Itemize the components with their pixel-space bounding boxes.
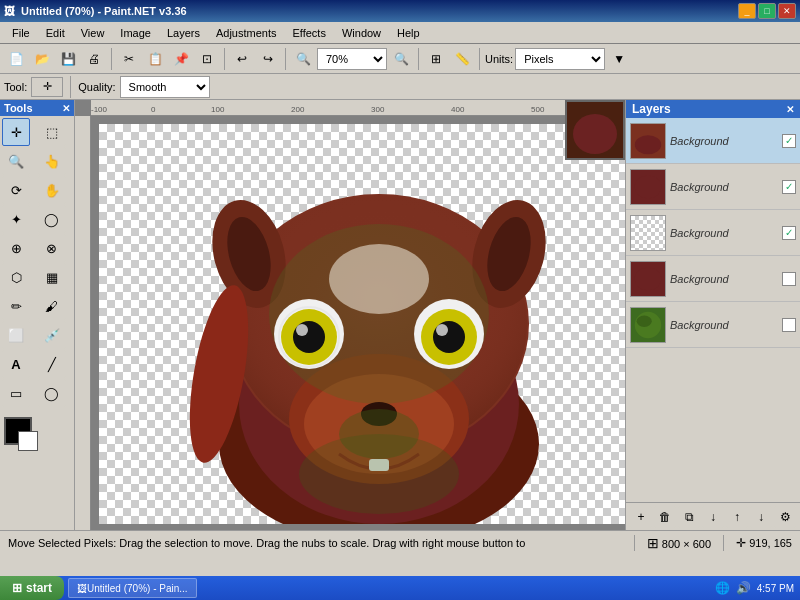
toolbar-sep-3 <box>285 48 286 70</box>
lasso-tool[interactable]: ⟳ <box>2 176 30 204</box>
redo-button[interactable]: ↪ <box>256 47 280 71</box>
paste-button[interactable]: 📌 <box>169 47 193 71</box>
menu-adjustments[interactable]: Adjustments <box>208 25 285 41</box>
paintbrush-tool[interactable]: 🖌 <box>38 292 66 320</box>
layer-item-3[interactable]: Background ✓ <box>626 210 800 256</box>
add-layer-button[interactable]: + <box>630 506 652 528</box>
move-layer-down-button[interactable]: ↓ <box>750 506 772 528</box>
layer-properties-button[interactable]: ⚙ <box>774 506 796 528</box>
coordinates-icon: ✛ <box>736 536 746 550</box>
selection-tool[interactable]: ⬚ <box>38 118 66 146</box>
paint-bucket-tool[interactable]: ⬡ <box>2 263 30 291</box>
canvas-viewport[interactable] <box>91 116 625 530</box>
layer-visibility-2[interactable]: ✓ <box>782 180 796 194</box>
canvas-frame <box>99 124 625 524</box>
layer-visibility-1[interactable]: ✓ <box>782 134 796 148</box>
layer-item-4[interactable]: Background <box>626 256 800 302</box>
maximize-button[interactable]: □ <box>758 3 776 19</box>
menu-view[interactable]: View <box>73 25 113 41</box>
taskbar-paintnet-button[interactable]: 🖼 Untitled (70%) - Pain... <box>68 578 197 598</box>
color-swatches-area <box>0 413 74 449</box>
text-tool[interactable]: A <box>2 350 30 378</box>
new-button[interactable]: 📄 <box>4 47 28 71</box>
quality-select[interactable]: None Smooth Best Quality <box>120 76 210 98</box>
units-label: Units: <box>485 53 513 65</box>
layers-spacer <box>626 348 800 502</box>
scroll-tool[interactable]: 👆 <box>38 147 66 175</box>
menu-layers[interactable]: Layers <box>159 25 208 41</box>
tools-close-icon[interactable]: ✕ <box>62 103 70 114</box>
minimize-button[interactable]: _ <box>738 3 756 19</box>
cut-button[interactable]: ✂ <box>117 47 141 71</box>
menu-file[interactable]: File <box>4 25 38 41</box>
start-button[interactable]: ⊞ start <box>0 576 64 600</box>
color-pair <box>4 417 70 445</box>
merge-layer-down-button[interactable]: ↓ <box>702 506 724 528</box>
layer-item-2[interactable]: Background ✓ <box>626 164 800 210</box>
close-button[interactable]: ✕ <box>778 3 796 19</box>
units-select[interactable]: Pixels Inches Centimeters <box>515 48 605 70</box>
layers-toolbar: + 🗑 ⧉ ↓ ↑ ↓ ⚙ <box>626 502 800 530</box>
move-layer-up-button[interactable]: ↑ <box>726 506 748 528</box>
menu-effects[interactable]: Effects <box>285 25 334 41</box>
duplicate-layer-button[interactable]: ⧉ <box>678 506 700 528</box>
recolor-tool[interactable]: ⊗ <box>38 234 66 262</box>
ruler-vertical: -100 0 100 200 300 400 <box>75 116 91 530</box>
print-button[interactable]: 🖨 <box>82 47 106 71</box>
magic-wand-tool[interactable]: ✦ <box>2 205 30 233</box>
color-picker-tool[interactable]: 💉 <box>38 321 66 349</box>
ellipse-shape-tool[interactable]: ◯ <box>38 379 66 407</box>
rectangle-shape-tool[interactable]: ▭ <box>2 379 30 407</box>
foreground-color[interactable] <box>4 417 32 445</box>
gradient-tool[interactable]: ▦ <box>38 263 66 291</box>
menu-help[interactable]: Help <box>389 25 428 41</box>
window-title: Untitled (70%) - Paint.NET v3.36 <box>21 5 187 17</box>
tools-panel-header[interactable]: Tools ✕ <box>0 100 74 116</box>
line-tool[interactable]: ╱ <box>38 350 66 378</box>
taskbar-time: 4:57 PM <box>757 583 794 594</box>
ellipse-select-tool[interactable]: ◯ <box>38 205 66 233</box>
layer-item-5[interactable]: Background <box>626 302 800 348</box>
layers-panel-header[interactable]: Layers ✕ <box>626 100 800 118</box>
rulers-button[interactable]: 📏 <box>450 47 474 71</box>
layer-visibility-4[interactable] <box>782 272 796 286</box>
zoom-out-button[interactable]: 🔍 <box>291 47 315 71</box>
menu-edit[interactable]: Edit <box>38 25 73 41</box>
move-tool[interactable]: ✛ <box>2 118 30 146</box>
layer-visibility-3[interactable]: ✓ <box>782 226 796 240</box>
svg-point-63 <box>637 315 652 326</box>
layer-name-4: Background <box>670 273 778 285</box>
save-button[interactable]: 💾 <box>56 47 80 71</box>
zoom-select[interactable]: Window 25% 50% 70% 100% 200% <box>317 48 387 70</box>
copy-button[interactable]: 📋 <box>143 47 167 71</box>
tools-panel: Tools ✕ ✛ ⬚ 🔍 👆 ⟳ ✋ ✦ ◯ ⊕ ⊗ ⬡ ▦ ✏ 🖌 ⬜ 💉 … <box>0 100 75 530</box>
options-button[interactable]: ▼ <box>607 47 631 71</box>
hand-tool[interactable]: ✋ <box>38 176 66 204</box>
undo-button[interactable]: ↩ <box>230 47 254 71</box>
clone-stamp-tool[interactable]: ⊕ <box>2 234 30 262</box>
zoom-in-button[interactable]: 🔍 <box>389 47 413 71</box>
main-area: Tools ✕ ✛ ⬚ 🔍 👆 ⟳ ✋ ✦ ◯ ⊕ ⊗ ⬡ ▦ ✏ 🖌 ⬜ 💉 … <box>0 100 800 530</box>
tools-grid: ✛ ⬚ 🔍 👆 ⟳ ✋ ✦ ◯ ⊕ ⊗ ⬡ ▦ ✏ 🖌 ⬜ 💉 A ╱ ▭ ◯ <box>0 116 74 409</box>
open-button[interactable]: 📂 <box>30 47 54 71</box>
grid-button[interactable]: ⊞ <box>424 47 448 71</box>
layer-visibility-5[interactable] <box>782 318 796 332</box>
main-toolbar: 📄 📂 💾 🖨 ✂ 📋 📌 ⊡ ↩ ↪ 🔍 Window 25% 50% 70%… <box>0 44 800 74</box>
svg-text:200: 200 <box>291 105 305 114</box>
menu-image[interactable]: Image <box>112 25 159 41</box>
svg-rect-48 <box>99 474 199 524</box>
toolbar-sep-1 <box>111 48 112 70</box>
layer-item-1[interactable]: Background ✓ <box>626 118 800 164</box>
layer-thumb-4 <box>630 261 666 297</box>
app-icon: 🖼 <box>77 583 87 594</box>
delete-layer-button[interactable]: 🗑 <box>654 506 676 528</box>
eraser-tool[interactable]: ⬜ <box>2 321 30 349</box>
taskbar-window-label: Untitled (70%) - Pain... <box>87 583 188 594</box>
deselect-button[interactable]: ⊡ <box>195 47 219 71</box>
menu-window[interactable]: Window <box>334 25 389 41</box>
svg-point-56 <box>635 175 661 198</box>
pencil-tool[interactable]: ✏ <box>2 292 30 320</box>
background-color[interactable] <box>18 431 38 451</box>
zoom-tool[interactable]: 🔍 <box>2 147 30 175</box>
layers-close-icon[interactable]: ✕ <box>786 104 794 115</box>
